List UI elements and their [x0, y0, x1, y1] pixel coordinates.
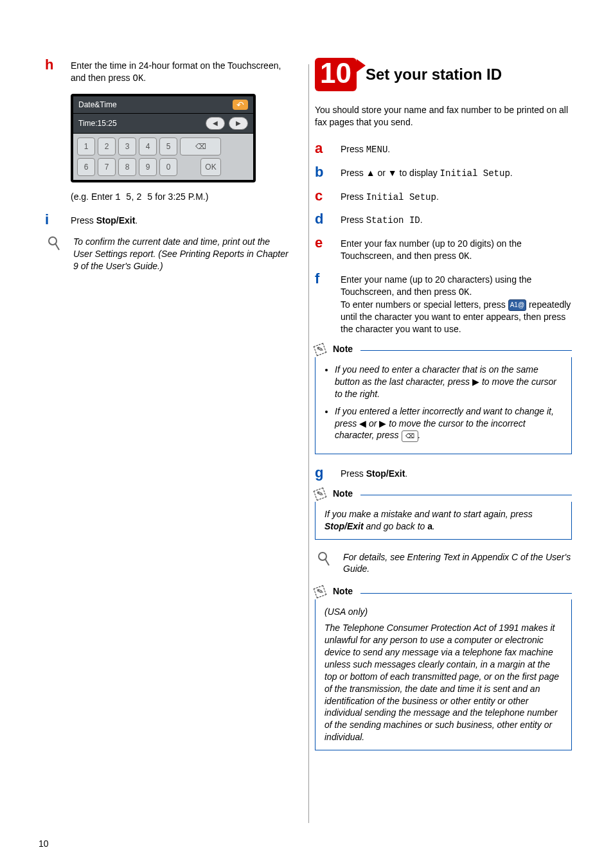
a-t2: MENU	[366, 145, 388, 155]
b-t2: or	[375, 168, 388, 178]
step-h-t1: Enter the time in 24-hour format on the …	[71, 60, 281, 83]
delete-key-icon: ⌫	[402, 430, 418, 442]
pencil-icon-3: ✎	[314, 585, 327, 599]
note2-a: If you make a mistake and want to start …	[324, 509, 533, 519]
step-letter-d: d	[315, 212, 341, 227]
step-i-t3: .	[135, 215, 138, 226]
d-t1: Press	[341, 215, 366, 225]
hint-right: For details, see Entering Text in Append…	[315, 551, 572, 576]
step-i: i Press Stop/Exit.	[45, 213, 289, 227]
section-number: 10	[320, 57, 351, 89]
columns: h Enter the time in 24-hour format on th…	[45, 58, 574, 762]
note-1-item-2: If you entered a letter incorrectly and …	[335, 405, 565, 442]
note3-head: (USA only)	[324, 606, 565, 618]
ts-title-row: Date&Time ↶	[73, 96, 253, 114]
step-f-text: Enter your name (up to 20 characters) us…	[341, 272, 572, 335]
step-i-text: Press Stop/Exit.	[71, 213, 138, 227]
arrow-left-icon[interactable]: ◀	[206, 117, 225, 130]
key-2[interactable]: 2	[98, 137, 116, 155]
step-letter-c: c	[315, 189, 341, 204]
key-4[interactable]: 4	[139, 137, 157, 155]
note-1-header: ✎ Note	[315, 344, 572, 355]
step-d: d Press Station ID.	[315, 212, 572, 227]
left-column: h Enter the time in 24-hour format on th…	[45, 58, 289, 762]
note-2: ✎ Note If you make a mistake and want to…	[315, 489, 572, 540]
key-delete-icon[interactable]: ⌫	[180, 137, 221, 155]
arrow-right-icon[interactable]: ▶	[229, 117, 248, 130]
key-6[interactable]: 6	[77, 158, 95, 176]
f-t3: .	[469, 287, 472, 297]
step-h-t3: .	[143, 73, 146, 83]
key-1[interactable]: 1	[77, 137, 95, 155]
triangle-up-icon: ▲	[366, 168, 375, 178]
step-h-ok: OK	[133, 73, 144, 84]
key-0[interactable]: 0	[159, 158, 177, 176]
step-letter-e: e	[315, 236, 341, 263]
f-t1: Enter your name (up to 20 characters) us…	[341, 274, 531, 297]
g-t3: .	[405, 468, 407, 479]
c-t1: Press	[341, 191, 366, 202]
note-3-rule	[360, 593, 572, 594]
key-ok[interactable]: OK	[200, 158, 221, 176]
f-t4: To enter numbers or special letters, pre…	[341, 299, 508, 310]
triangle-down-icon: ▼	[388, 168, 397, 178]
note-2-rule	[360, 495, 572, 495]
e-t1: Enter your fax number (up to 20 digits) …	[341, 238, 522, 261]
step-letter-b: b	[315, 165, 341, 180]
pencil-icon-2: ✎	[314, 487, 327, 500]
step-letter-i: i	[45, 213, 71, 227]
hint-left-text: To confirm the current date and time, pr…	[73, 236, 289, 272]
step-a: a Press MENU.	[315, 141, 572, 156]
e-t2: OK	[459, 251, 470, 261]
touchscreen-preview: Date&Time ↶ Time:15:25 ◀ ▶ 1 2 3 4 5 ⌫ 6…	[71, 94, 256, 182]
note-1: ✎ Note If you need to enter a character …	[315, 344, 572, 454]
right-column: 10 Set your station ID You should store …	[315, 58, 572, 762]
note-1-rule	[360, 350, 572, 351]
key-8[interactable]: 8	[118, 158, 136, 176]
eg-suf: for 3:25 P.M.)	[152, 191, 208, 202]
n2c: .	[418, 430, 421, 440]
a-t3: .	[387, 144, 390, 154]
note-2-label: Note	[329, 488, 357, 499]
column-divider	[308, 64, 309, 823]
note-1-label: Note	[329, 344, 357, 354]
step-letter-g: g	[315, 466, 341, 480]
d-t3: .	[420, 215, 423, 225]
note2-e: .	[432, 521, 435, 531]
pencil-icon: ✎	[314, 343, 327, 357]
step-letter-a: a	[315, 141, 341, 156]
step-e: e Enter your fax number (up to 20 digits…	[315, 236, 572, 263]
key-3[interactable]: 3	[118, 137, 136, 155]
note-3-box: (USA only) The Telephone Consumer Protec…	[315, 599, 572, 750]
step-a-text: Press MENU.	[341, 141, 390, 156]
step-g: g Press Stop/Exit.	[315, 466, 572, 480]
ts-time-row: Time:15:25 ◀ ▶	[73, 114, 253, 134]
page-number: 10	[39, 838, 49, 849]
n2or: or	[366, 418, 379, 429]
eg-seq2: 2 5	[136, 192, 152, 202]
back-icon[interactable]: ↶	[233, 100, 248, 110]
eg-seq1: 1 5	[115, 192, 131, 202]
key-5[interactable]: 5	[159, 137, 177, 155]
key-7[interactable]: 7	[98, 158, 116, 176]
hint-right-text: For details, see Entering Text in Append…	[343, 551, 572, 576]
note-3: ✎ Note (USA only) The Telephone Consumer…	[315, 587, 572, 750]
step-letter-f: f	[315, 272, 341, 335]
note-3-header: ✎ Note	[315, 587, 572, 597]
step-i-t2: Stop/Exit	[96, 215, 136, 226]
eg-pref: (e.g. Enter	[71, 191, 115, 202]
c-t2: Initial Setup	[366, 192, 436, 202]
step-d-text: Press Station ID.	[341, 212, 423, 227]
section-number-badge: 10	[315, 58, 357, 91]
example-line: (e.g. Enter 1 5, 2 5 for 3:25 P.M.)	[71, 191, 289, 202]
svg-line-1	[55, 244, 59, 250]
note-1-box: If you need to enter a character that is…	[315, 357, 572, 454]
key-9[interactable]: 9	[139, 158, 157, 176]
note-3-label: Note	[329, 586, 357, 596]
section-title: Set your station ID	[366, 66, 502, 84]
step-letter-h: h	[45, 58, 71, 85]
magnifier-icon-2	[315, 551, 343, 576]
g-t2: Stop/Exit	[366, 468, 405, 479]
intro-paragraph: You should store your name and fax numbe…	[315, 104, 572, 128]
step-g-text: Press Stop/Exit.	[341, 466, 407, 480]
